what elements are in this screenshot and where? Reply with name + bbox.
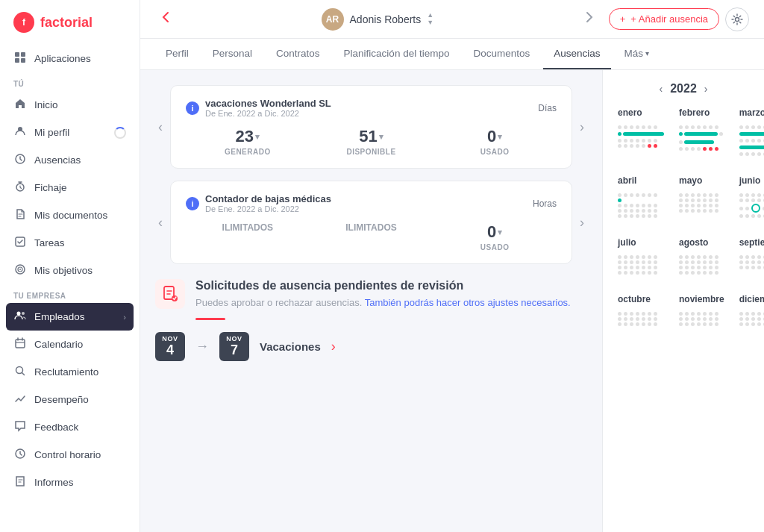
tab-documentos[interactable]: Documentos	[463, 39, 540, 69]
sidebar-item-reclutamiento[interactable]: Reclutamiento	[0, 358, 140, 386]
sidebar-item-label: Control horario	[34, 449, 126, 460]
bajas-card: i Contador de bajas médicas De Ene. 2022…	[170, 181, 572, 264]
calendar-year: 2022	[670, 82, 697, 96]
card2-next-button[interactable]: ›	[580, 215, 584, 231]
sidebar-item-label: Informes	[34, 477, 126, 488]
sidebar-item-informes[interactable]: Informes	[0, 469, 140, 496]
sidebar-item-label: Empleados	[34, 311, 116, 322]
section-link[interactable]: También podrás hacer otros ajustes neces…	[365, 297, 571, 308]
user-nav-chevrons: ▲ ▼	[427, 12, 433, 26]
date-arrow-icon: →	[195, 339, 209, 354]
arrow-right-icon: ›	[123, 313, 126, 322]
loading-spinner	[114, 127, 126, 139]
stat-label-generado: GENERADO	[186, 148, 310, 156]
logo[interactable]: f factorial	[0, 0, 140, 45]
feedback-icon	[13, 420, 27, 434]
svg-point-12	[22, 312, 25, 315]
card2-stats: ILIMITADOS ILIMITADOS 0 ▾	[186, 222, 557, 251]
stat2-label-usado: USADO	[433, 243, 557, 251]
tab-contratos[interactable]: Contratos	[266, 39, 331, 69]
month-agosto: agosto	[679, 237, 724, 279]
sidebar-item-label: Reclutamiento	[34, 366, 126, 378]
sidebar-item-label: Mis documentos	[34, 210, 126, 221]
user-icon	[13, 125, 27, 140]
month-mayo: mayo	[679, 175, 724, 222]
month-octubre: octubre	[618, 294, 664, 331]
nov-start-badge: NOV 4	[155, 332, 185, 361]
stat2-value-generado: ILIMITADOS	[186, 222, 310, 233]
vacation-label: Vacaciones	[260, 340, 321, 353]
logo-icon: f	[13, 12, 34, 33]
calendar-panel: ‹ 2022 › enero	[603, 70, 764, 532]
svg-rect-13	[16, 339, 25, 348]
sidebar-item-ausencias[interactable]: Ausencias	[0, 146, 140, 174]
add-absence-button[interactable]: + + Añadir ausencia	[609, 8, 719, 30]
sidebar-item-mis-documentos[interactable]: Mis documentos	[0, 201, 140, 229]
month-enero: enero	[618, 107, 664, 160]
sidebar-item-empleados[interactable]: Empleados ›	[6, 303, 134, 331]
topbar: AR Adonis Roberts ▲ ▼ + + Añadir ausenci…	[140, 0, 764, 39]
cal-prev-year-button[interactable]: ‹	[660, 83, 663, 95]
card-title: vacaciones Wonderland SL	[205, 98, 532, 109]
left-panel: ‹ i vacaciones Wonderland SL De Ene. 202…	[140, 70, 603, 532]
sidebar-item-label: Calendario	[34, 339, 126, 350]
tab-planificacion[interactable]: Planificación del tiempo	[334, 39, 460, 69]
section-header: Solicitudes de ausencia pendientes de re…	[155, 279, 587, 320]
settings-button[interactable]	[725, 7, 749, 31]
logo-text: factorial	[40, 15, 93, 31]
clock-check-icon	[13, 448, 27, 462]
forward-button[interactable]	[579, 7, 600, 31]
card2-prev-button[interactable]: ‹	[158, 215, 163, 231]
timer-icon	[13, 181, 27, 195]
search-icon	[13, 365, 27, 379]
sidebar-item-label: Desempeño	[34, 394, 126, 405]
home-icon	[13, 98, 27, 112]
sidebar-section-tu: TÚ	[0, 72, 140, 91]
stat-generado: 23 ▾ GENERADO	[186, 127, 310, 156]
card-prev-button[interactable]: ‹	[158, 119, 163, 135]
sidebar-item-fichaje[interactable]: Fichaje	[0, 174, 140, 201]
tab-personal[interactable]: Personal	[202, 39, 263, 69]
sidebar-item-control-horario[interactable]: Control horario	[0, 441, 140, 469]
chart-icon	[13, 392, 27, 407]
sidebar-item-mi-perfil[interactable]: Mi perfil	[0, 119, 140, 146]
main-content: AR Adonis Roberts ▲ ▼ + + Añadir ausenci…	[140, 0, 764, 532]
card-header: i vacaciones Wonderland SL De Ene. 2022 …	[186, 98, 557, 118]
stat-value-generado: 23 ▾	[186, 127, 310, 146]
sidebar-section-empresa: TU EMPRESA	[0, 284, 140, 303]
month-julio: julio	[618, 237, 664, 279]
stat-usado: 0 ▾ USADO	[433, 127, 557, 156]
tab-ausencias[interactable]: Ausencias	[543, 39, 610, 69]
sidebar-item-feedback[interactable]: Feedback	[0, 413, 140, 441]
sidebar: f factorial Aplicaciones TÚ Inicio Mi pe…	[0, 0, 140, 532]
back-button[interactable]	[155, 7, 176, 31]
sidebar-item-label: Ausencias	[34, 154, 126, 166]
tab-perfil[interactable]: Perfil	[155, 39, 199, 69]
card-unit: Días	[538, 103, 557, 113]
cal-next-year-button[interactable]: ›	[704, 83, 708, 95]
section-text: Solicitudes de ausencia pendientes de re…	[195, 279, 571, 320]
svg-rect-1	[21, 52, 25, 57]
chevron-down-icon: ▾	[498, 228, 502, 237]
add-absence-label: + Añadir ausencia	[630, 13, 708, 25]
sidebar-item-aplicaciones[interactable]: Aplicaciones	[0, 45, 140, 72]
stat2-generado: ILIMITADOS	[186, 222, 310, 251]
avatar: AR	[322, 8, 344, 31]
vacation-item: NOV 4 → NOV 7 Vacaciones ›	[155, 332, 587, 361]
card-next-button[interactable]: ›	[580, 119, 584, 135]
section-title: Solicitudes de ausencia pendientes de re…	[195, 279, 571, 292]
sidebar-item-label: Mi perfil	[34, 127, 107, 138]
sidebar-item-desempeno[interactable]: Desempeño	[0, 386, 140, 413]
month-noviembre: noviembre	[679, 294, 724, 331]
sidebar-item-tareas[interactable]: Tareas	[0, 229, 140, 257]
sidebar-item-label: Mis objetivos	[34, 265, 126, 276]
content-area: ‹ i vacaciones Wonderland SL De Ene. 202…	[140, 70, 764, 532]
sidebar-item-inicio[interactable]: Inicio	[0, 91, 140, 119]
info-icon: i	[186, 101, 199, 115]
stat2-value-disponible: ILIMITADOS	[310, 222, 433, 233]
tab-mas[interactable]: Más ▾	[614, 39, 660, 69]
chevron-down-icon: ▾	[498, 132, 502, 142]
sidebar-item-mis-objetivos[interactable]: Mis objetivos	[0, 257, 140, 284]
svg-point-11	[17, 312, 21, 316]
sidebar-item-calendario[interactable]: Calendario	[0, 331, 140, 358]
